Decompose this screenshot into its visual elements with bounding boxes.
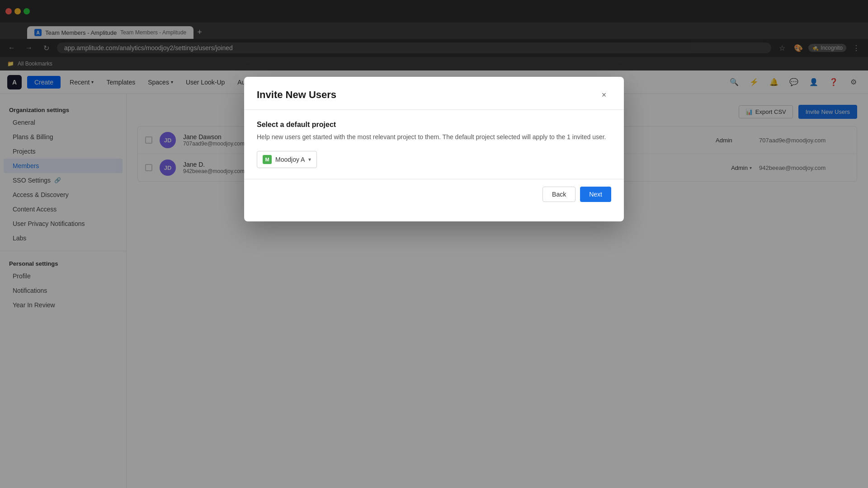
- chevron-down-icon: ▾: [308, 156, 311, 163]
- modal-subtitle: Select a default project: [257, 121, 611, 129]
- project-name: Moodjoy A: [275, 156, 305, 163]
- modal-description: Help new users get started with the most…: [257, 132, 611, 142]
- project-dropdown[interactable]: M Moodjoy A ▾: [257, 151, 317, 168]
- modal-body: Select a default project Help new users …: [244, 110, 624, 179]
- invite-users-modal: Invite New Users × Select a default proj…: [244, 77, 624, 221]
- project-icon-letter: M: [265, 157, 269, 162]
- modal-close-button[interactable]: ×: [597, 88, 611, 102]
- modal-title: Invite New Users: [257, 89, 336, 101]
- project-icon: M: [263, 155, 272, 164]
- next-button[interactable]: Next: [580, 187, 611, 202]
- modal-overlay: Invite New Users × Select a default proj…: [0, 0, 868, 488]
- modal-header: Invite New Users ×: [244, 77, 624, 110]
- back-button[interactable]: Back: [542, 187, 576, 202]
- modal-footer: Back Next: [244, 179, 624, 209]
